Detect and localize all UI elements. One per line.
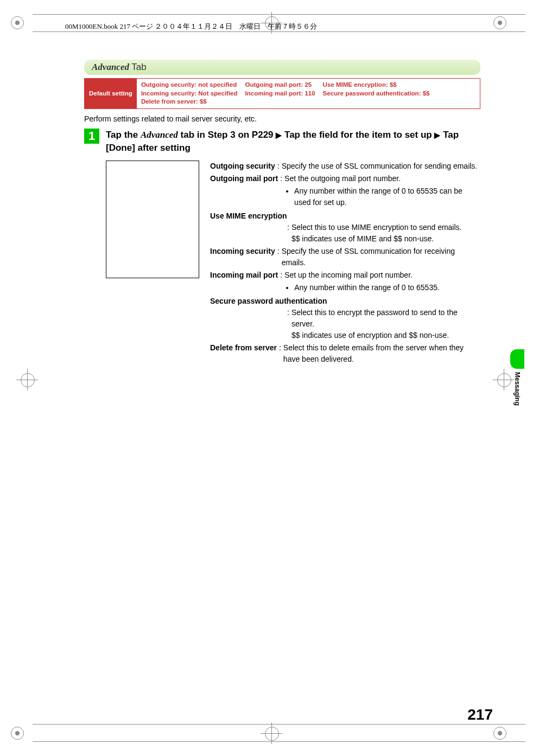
colon: :	[285, 307, 291, 341]
def-note: $$ indicates use of MIME and $$ non-use.	[291, 234, 434, 243]
def-desc: Specify the use of SSL communication for…	[282, 246, 480, 268]
default-item: Outgoing security: not specified	[141, 81, 238, 89]
default-setting-label: Default setting	[85, 79, 137, 108]
def-desc: Set up the incoming mail port number. An…	[284, 270, 480, 294]
def-bullet: Any number within the range of 0 to 6553…	[294, 282, 480, 293]
crop-corner-icon	[11, 16, 24, 29]
step-text-part: Tap the field for the item to set up	[282, 130, 434, 140]
step-text-part: tab in Step 3 on P229	[178, 130, 276, 140]
registration-mark-icon	[261, 722, 282, 744]
step-row: 1 Tap the Advanced tab in Step 3 on P229…	[84, 129, 480, 155]
step-text-italic: Advanced	[141, 130, 178, 140]
default-item: Incoming security: Not specified	[141, 89, 238, 98]
section-title-plain: Tab	[129, 62, 147, 72]
print-header-text: 00M1000EN.book 217 ページ ２００４年１１月２４日 水曜日 午…	[65, 22, 317, 31]
section-title-italic: Advanced	[92, 62, 129, 72]
arrow-icon: ▶	[434, 131, 440, 139]
default-item: Outgoing mail port: 25	[245, 81, 315, 89]
def-desc: Select this to encrypt the password to s…	[291, 307, 480, 341]
default-item: Delete from server: $$	[141, 98, 238, 106]
def-term: Incoming mail port	[210, 270, 278, 294]
def-desc-text: Set the outgoing mail port number.	[284, 174, 401, 183]
crop-corner-icon	[493, 16, 506, 29]
def-desc: Select this to use MIME encryption to se…	[291, 222, 480, 245]
intro-text: Perform settings related to mail server …	[84, 114, 480, 123]
side-tab-color	[510, 349, 524, 369]
def-desc: Select this to delete emails from the se…	[283, 342, 480, 365]
crop-corner-icon	[493, 727, 506, 740]
step-number-badge: 1	[84, 129, 99, 144]
def-bullet: Any number within the range of 0 to 6553…	[294, 185, 480, 208]
colon: :	[277, 342, 283, 365]
page-content: Advanced Tab Default setting Outgoing se…	[84, 60, 480, 366]
definition-list: Outgoing security : Specify the use of S…	[210, 161, 480, 366]
def-note: $$ indicates use of encryption and $$ no…	[291, 331, 449, 339]
def-desc-text: Select this to encrypt the password to s…	[291, 308, 458, 328]
screenshot-placeholder	[106, 161, 199, 278]
crop-corner-icon	[11, 727, 24, 740]
default-setting-box: Default setting Outgoing security: not s…	[84, 78, 480, 109]
step-text-part: Tap the	[106, 130, 141, 140]
step-instruction: Tap the Advanced tab in Step 3 on P229 ▶…	[106, 129, 480, 155]
def-desc-text: Set up the incoming mail port number.	[284, 271, 413, 279]
default-item: Use MIME encryption: $$	[323, 81, 430, 89]
colon: :	[278, 173, 284, 209]
def-desc: Set the outgoing mail port number. Any n…	[284, 173, 480, 209]
registration-mark-icon	[16, 369, 38, 390]
side-tab-label: Messaging	[513, 372, 521, 406]
def-term: Incoming security	[210, 246, 275, 268]
def-term: Delete from server	[210, 342, 277, 365]
colon: :	[275, 161, 282, 172]
def-desc-text: Select this to use MIME encryption to se…	[291, 223, 462, 232]
section-header: Advanced Tab	[84, 60, 480, 75]
side-tab: Messaging	[510, 349, 524, 406]
colon: :	[285, 222, 291, 245]
colon: :	[275, 246, 282, 268]
default-item: Secure password authentication: $$	[323, 89, 430, 98]
colon: :	[278, 270, 284, 294]
def-term: Secure password authentication	[210, 297, 327, 305]
def-term: Use MIME encryption	[210, 212, 287, 220]
page-number: 217	[467, 706, 493, 723]
def-term: Outgoing security	[210, 161, 275, 172]
arrow-icon: ▶	[276, 131, 282, 139]
default-item: Incoming mail port: 110	[245, 89, 315, 98]
def-desc: Specify the use of SSL communication for…	[282, 161, 480, 172]
def-term: Outgoing mail port	[210, 173, 278, 209]
